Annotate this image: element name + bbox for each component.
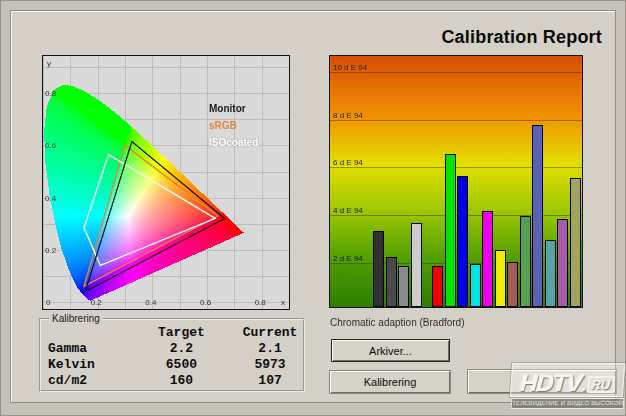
watermark-tagline: ТЕЛЕВИДЕНИЕ И ВИДЕО ВЫСОКОЙ ЧЕТКОСТИ — [511, 398, 625, 409]
calibration-table: Target Current Gamma 2.2 2.1 Kelvin 6500… — [41, 325, 303, 389]
de94-bar — [457, 176, 468, 308]
table-row: Kelvin 6500 5973 — [41, 357, 303, 373]
de94-bar — [570, 178, 581, 307]
de94-bar — [373, 231, 384, 308]
cie-chromaticity-chart: Monitor sRGB ISOcoated — [42, 55, 290, 310]
table-row: Gamma 2.2 2.1 — [41, 341, 303, 357]
kelvin-target-value: 6500 — [126, 357, 237, 373]
chart-caption: Chromatic adaption (Bradford) — [330, 317, 465, 328]
legend-item-srgb: sRGB — [209, 117, 258, 134]
calibration-group-legend: Kalibrering — [49, 313, 103, 324]
de94-bar — [411, 223, 422, 307]
column-header-current: Current — [237, 325, 303, 341]
de94-bar — [445, 154, 456, 307]
gridline — [330, 120, 582, 121]
row-label-gamma: Gamma — [41, 341, 126, 357]
de94-bar — [545, 240, 556, 307]
hdtv-ru-watermark: HDTV.RU ТЕЛЕВИДЕНИЕ И ВИДЕО ВЫСОКОЙ ЧЕТК… — [511, 363, 624, 408]
cie-legend: Monitor sRGB ISOcoated — [209, 100, 258, 151]
luminance-target-value: 160 — [126, 373, 237, 389]
y-axis-tick-label: 10 d E 94 — [333, 63, 367, 72]
archive-button[interactable]: Arkiver... — [331, 339, 450, 362]
luminance-current-value: 107 — [237, 373, 303, 389]
watermark-brand-text: HDTV — [519, 370, 582, 396]
y-axis-tick-label: 8 d E 94 — [333, 111, 363, 120]
watermark-tld-text: RU — [587, 376, 615, 393]
bars-row — [330, 125, 582, 307]
header-spacer — [41, 325, 126, 341]
de94-bar — [520, 216, 531, 307]
de94-bar — [532, 125, 543, 307]
de94-bar — [482, 211, 493, 307]
page-title: Calibration Report — [441, 27, 602, 48]
report-panel: Calibration Report Monitor sRGB ISOcoate… — [10, 10, 616, 403]
table-header-row: Target Current — [41, 325, 303, 341]
de94-bar — [432, 266, 443, 307]
de94-bar — [386, 257, 397, 307]
row-label-luminance: cd/m2 — [41, 373, 126, 389]
calibration-report-window: { "title": "Calibration Report", "cie": … — [0, 0, 626, 416]
de94-bar — [470, 264, 481, 307]
de94-bar — [507, 262, 518, 307]
kelvin-current-value: 5973 — [237, 357, 303, 373]
table-row: cd/m2 160 107 — [41, 373, 303, 389]
row-label-kelvin: Kelvin — [41, 357, 126, 373]
de94-bar — [557, 219, 568, 307]
column-header-target: Target — [126, 325, 237, 341]
de94-bar — [495, 250, 506, 307]
de94-bar-chart: 2 d E 944 d E 946 d E 948 d E 9410 d E 9… — [329, 55, 583, 308]
calibration-group: Kalibrering Target Current Gamma 2.2 2.1… — [39, 313, 305, 392]
gridline — [330, 72, 582, 73]
watermark-logo: HDTV.RU — [510, 363, 625, 397]
legend-item-isocoated: ISOcoated — [209, 134, 258, 151]
calibrate-button[interactable]: Kalibrering — [329, 370, 451, 394]
gamma-current-value: 2.1 — [237, 341, 303, 357]
cie-chromaticity-canvas — [43, 56, 289, 309]
de94-bar — [398, 266, 409, 307]
gamma-target-value: 2.2 — [126, 341, 237, 357]
legend-item-monitor: Monitor — [209, 100, 258, 117]
